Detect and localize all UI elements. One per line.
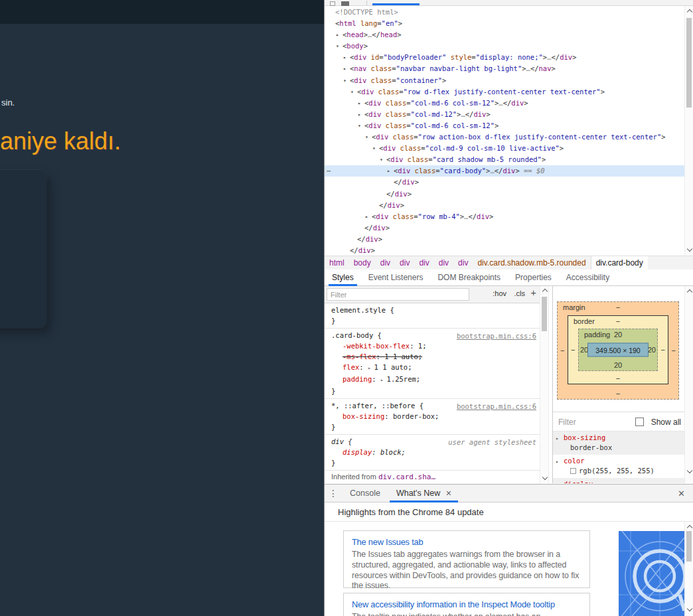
rule-selector[interactable]: div { <box>331 437 352 445</box>
expand-arrow-down-icon[interactable]: ▾ <box>336 40 343 52</box>
css-property[interactable]: padding: ▸ 1.25rem; <box>331 374 537 386</box>
scroll-down-icon[interactable] <box>542 475 547 480</box>
chevron-right-icon[interactable]: ▸ <box>556 457 559 467</box>
breadcrumb-item[interactable]: body <box>349 256 376 270</box>
style-rule[interactable]: element.style {} <box>325 303 540 329</box>
dom-tree-row[interactable]: ⋯▸<div class="card-body">…</div> == $0 <box>325 165 685 177</box>
tab-whats-new[interactable]: What's New✕ <box>388 485 460 502</box>
dom-tree-row[interactable]: ▸<head>…</head> <box>325 29 685 40</box>
dom-tree-row[interactable]: </div> <box>325 177 685 188</box>
dom-tree-row[interactable]: </div> <box>325 234 685 245</box>
computed-scrollbar[interactable] <box>684 286 693 483</box>
style-rule[interactable]: div {user agent stylesheetdisplay: block… <box>325 435 540 471</box>
border-left-value[interactable]: − <box>571 346 575 354</box>
shorthand-expand-icon[interactable]: ▸ <box>380 377 387 383</box>
dom-tree-row[interactable]: ▸<div class="col-md-12">…</div> <box>325 109 685 120</box>
padding-top-value[interactable]: 20 <box>614 331 622 339</box>
expand-arrow-down-icon[interactable]: ▾ <box>350 86 357 98</box>
class-toggle-button[interactable]: .cls <box>514 289 526 297</box>
dom-tree-row[interactable]: ▾<div class="card shadow mb-5 rounded"> <box>325 154 685 165</box>
margin-right-value[interactable]: − <box>672 346 676 354</box>
breadcrumb-item[interactable]: div <box>376 256 395 270</box>
scroll-up-icon[interactable] <box>542 289 547 294</box>
styles-scrollbar[interactable] <box>540 286 549 483</box>
border-top-value[interactable]: − <box>616 317 620 325</box>
tab-styles[interactable]: Styles <box>325 270 361 286</box>
show-all-checkbox[interactable] <box>635 418 644 426</box>
breadcrumb-item[interactable]: div <box>434 256 453 270</box>
expand-arrow-right-icon[interactable]: ▸ <box>336 29 343 40</box>
chevron-right-icon[interactable]: ▸ <box>556 480 559 483</box>
box-model[interactable]: margin − − − − border − − − − padding 20… <box>557 301 679 400</box>
css-property[interactable]: -ms-flex: 1 1 auto; <box>331 351 537 362</box>
margin-left-value[interactable]: − <box>560 346 564 354</box>
breadcrumb-item[interactable]: div <box>395 256 414 270</box>
scroll-down-icon[interactable] <box>686 246 692 252</box>
device-toolbar-icon[interactable] <box>341 1 349 6</box>
expand-arrow-down-icon[interactable]: ▾ <box>380 154 386 165</box>
css-property[interactable]: display: block; <box>331 447 537 457</box>
color-swatch[interactable] <box>570 468 576 474</box>
scroll-up-icon[interactable] <box>686 289 692 295</box>
tab-console[interactable]: Console <box>342 485 388 502</box>
expand-arrow-down-icon[interactable]: ▾ <box>358 120 364 131</box>
scrollbar-thumb[interactable] <box>686 531 692 562</box>
scrollbar-thumb[interactable] <box>686 18 692 108</box>
shorthand-expand-icon[interactable]: ▸ <box>368 365 374 371</box>
tab-properties[interactable]: Properties <box>508 270 559 286</box>
stylesheet-link[interactable]: bootstrap.min.css:6 <box>457 401 536 412</box>
drawer-close-icon[interactable]: ✕ <box>678 489 685 499</box>
expand-arrow-right-icon[interactable]: ▸ <box>343 52 350 63</box>
css-property[interactable]: box-sizing: border-box; <box>331 411 537 422</box>
breadcrumb-item[interactable]: div <box>414 256 433 270</box>
dom-tree-row[interactable]: ▾<div class="row d-flex justify-content-… <box>325 86 685 98</box>
border-bottom-value[interactable]: − <box>616 374 620 382</box>
margin-bottom-value[interactable]: − <box>616 390 620 398</box>
inherited-target-link[interactable]: div.card.sha… <box>378 473 435 481</box>
dom-tree-row[interactable]: <html lang="en"> <box>325 18 685 29</box>
expand-arrow-down-icon[interactable]: ▾ <box>365 131 372 143</box>
expand-arrow-down-icon[interactable]: ▾ <box>343 75 350 86</box>
expand-arrow-down-icon[interactable]: ▾ <box>372 143 379 154</box>
pseudo-state-button[interactable]: :hov <box>493 289 506 297</box>
computed-prop-row[interactable]: ▸box-sizing border-box <box>553 431 685 455</box>
style-rule[interactable]: .card-body {bootstrap.min.css:6-webkit-b… <box>325 329 540 399</box>
breadcrumb-item[interactable]: div <box>453 256 473 270</box>
scroll-up-icon[interactable] <box>686 9 692 15</box>
dom-tree-row[interactable]: ▾<div class="col-md-6 col-sm-12"> <box>325 120 685 131</box>
whats-new-scrollbar[interactable] <box>684 522 693 616</box>
dom-tree-row[interactable]: ▸<nav class="navbar navbar-light bg-ligh… <box>325 63 685 74</box>
dom-tree-row[interactable]: ▸<div class="row mb-4">…</div> <box>325 211 685 222</box>
dom-tree-row[interactable]: </div> <box>325 245 685 256</box>
elements-scrollbar[interactable] <box>684 6 693 256</box>
styles-filter-input[interactable] <box>327 288 469 301</box>
css-property[interactable]: -webkit-box-flex: 1; <box>331 341 537 351</box>
scroll-down-icon[interactable] <box>686 606 692 611</box>
chevron-right-icon[interactable]: ▸ <box>556 433 559 443</box>
padding-right-value[interactable]: 20 <box>648 346 656 354</box>
breadcrumb-item-card[interactable]: div.card.shadow.mb-5.rounded <box>473 256 590 270</box>
computed-prop-row[interactable]: ▸color rgb(255, 255, 255) <box>553 455 685 478</box>
rule-selector[interactable]: element.style { <box>331 306 394 314</box>
dom-tree-row[interactable]: ▾<div class="col-md-9 col-sm-10 live-act… <box>325 143 685 154</box>
box-model-padding[interactable]: padding 20 20 20 20 349.500 × 190 <box>578 329 658 371</box>
dom-tree-row[interactable]: ▾<div class="row action-box d-flex justi… <box>325 131 685 143</box>
expand-arrow-right-icon[interactable]: ▸ <box>358 109 364 120</box>
kebab-menu-icon[interactable]: ⋮ <box>325 488 342 499</box>
accessibility-tooltip-link[interactable]: New accessibility information in the Ins… <box>352 599 581 609</box>
dom-tree-row[interactable]: ▸<div class="col-md-6 col-sm-12">…</div> <box>325 98 685 109</box>
computed-prop-row[interactable]: ▸display <box>553 478 685 483</box>
stylesheet-link[interactable]: bootstrap.min.css:6 <box>457 331 536 341</box>
dom-tree-row[interactable]: <!DOCTYPE html> <box>325 7 685 18</box>
scroll-down-icon[interactable] <box>686 468 692 473</box>
rule-selector[interactable]: *, ::after, ::before { <box>331 402 424 410</box>
issues-tab-link[interactable]: The new Issues tab <box>352 537 581 547</box>
scroll-up-icon[interactable] <box>686 525 692 530</box>
style-rule[interactable]: *, ::after, ::before {bootstrap.min.css:… <box>325 399 540 435</box>
expand-arrow-right-icon[interactable]: ▸ <box>358 98 364 109</box>
rule-selector[interactable]: .card-body { <box>331 331 382 339</box>
close-icon[interactable]: ✕ <box>445 489 451 497</box>
dom-tree-row[interactable]: </div> <box>325 222 685 234</box>
expand-arrow-right-icon[interactable]: ▸ <box>365 211 372 222</box>
dom-tree-row[interactable]: </div> <box>325 189 685 200</box>
